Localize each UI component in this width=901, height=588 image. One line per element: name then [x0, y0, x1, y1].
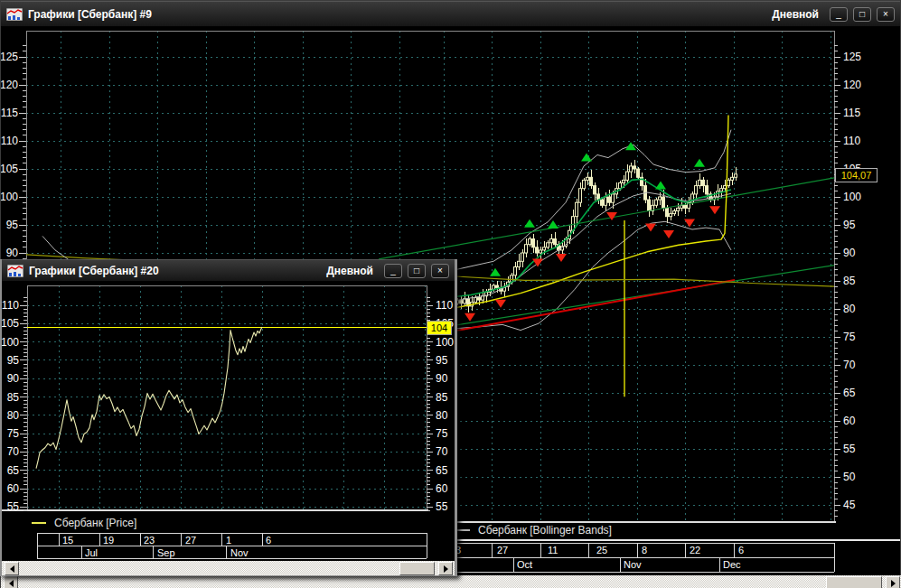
svg-text:125: 125: [1, 51, 18, 63]
inner-window: Графики [Сбербанк] #20 Дневной _ □ × 110…: [0, 259, 457, 576]
svg-text:95: 95: [7, 354, 20, 367]
main-legend-label: Сбербанк [Bollinger Bands]: [478, 524, 612, 537]
svg-text:75: 75: [7, 427, 20, 440]
svg-text:110: 110: [436, 299, 453, 312]
svg-text:55: 55: [843, 443, 856, 455]
svg-text:105: 105: [1, 163, 18, 175]
svg-text:85: 85: [436, 391, 448, 404]
svg-text:110: 110: [1, 135, 18, 147]
svg-text:15: 15: [62, 535, 73, 546]
inner-close-button[interactable]: ×: [431, 264, 449, 278]
svg-text:105: 105: [2, 317, 19, 330]
main-timeframe-label: Дневной: [772, 8, 819, 21]
inner-titlebar[interactable]: Графики [Сбербанк] #20 Дневной _ □ ×: [2, 259, 455, 282]
svg-text:100: 100: [1, 191, 18, 203]
svg-text:Nov: Nov: [624, 559, 642, 570]
main-scrollbar-thumb[interactable]: [826, 576, 882, 588]
svg-text:55: 55: [7, 500, 20, 513]
svg-text:125: 125: [843, 51, 861, 63]
svg-text:80: 80: [436, 409, 448, 422]
svg-text:65: 65: [436, 464, 448, 477]
left-arrow-icon: [5, 580, 14, 587]
svg-text:19: 19: [103, 535, 114, 546]
svg-text:50: 50: [843, 471, 856, 483]
svg-text:90: 90: [843, 247, 856, 259]
inner-minimize-button[interactable]: _: [384, 264, 402, 278]
inner-window-title: Графики [Сбербанк] #20: [29, 265, 159, 277]
svg-text:27: 27: [497, 545, 508, 555]
svg-text:Oct: Oct: [517, 559, 532, 570]
svg-text:45: 45: [843, 499, 856, 511]
inner-h-scrollbar[interactable]: [2, 561, 455, 575]
main-minimize-button[interactable]: _: [830, 7, 848, 22]
main-titlebar[interactable]: Графики [Сбербанк] #9 Дневной _ □ ×: [1, 1, 900, 27]
svg-text:11: 11: [548, 545, 558, 555]
main-maximize-button[interactable]: □: [853, 7, 871, 22]
svg-text:85: 85: [7, 391, 20, 404]
svg-text:90: 90: [7, 372, 20, 385]
svg-text:75: 75: [436, 427, 448, 440]
inner-last-price-label: 104: [427, 321, 452, 335]
left-arrow-icon: [6, 565, 14, 573]
svg-text:110: 110: [2, 299, 19, 312]
main-window-title: Графики [Сбербанк] #9: [28, 8, 152, 21]
main-chart-legend: Сбербанк [Bollinger Bands]: [455, 524, 612, 537]
svg-text:110: 110: [843, 135, 860, 147]
svg-text:100: 100: [843, 191, 861, 203]
svg-text:6: 6: [738, 545, 744, 555]
svg-text:Dec: Dec: [723, 559, 741, 570]
main-last-price-label: 104,07: [835, 168, 878, 182]
inner-maximize-button[interactable]: □: [408, 264, 426, 278]
main-scroll-left-button[interactable]: [4, 576, 18, 588]
svg-text:25: 25: [596, 545, 607, 555]
main-close-button[interactable]: ×: [877, 7, 895, 22]
svg-text:95: 95: [6, 219, 19, 231]
svg-text:1: 1: [226, 535, 231, 546]
svg-text:115: 115: [843, 107, 860, 119]
svg-text:60: 60: [436, 482, 448, 495]
inner-scrollbar-thumb[interactable]: [399, 562, 435, 575]
inner-chart-legend: Сбербанк [Price]: [32, 517, 136, 529]
chart-icon: [6, 8, 23, 21]
inner-legend-label: Сбербанк [Price]: [54, 517, 136, 529]
chart-icon: [7, 265, 23, 277]
right-arrow-icon: [444, 565, 452, 573]
svg-text:115: 115: [1, 107, 18, 119]
svg-text:85: 85: [843, 275, 856, 287]
svg-text:Sep: Sep: [157, 547, 175, 558]
price-legend-swatch: [32, 522, 46, 524]
svg-text:90: 90: [436, 372, 448, 385]
svg-text:Nov: Nov: [230, 547, 249, 558]
inner-scroll-left-button[interactable]: [5, 562, 19, 575]
bollinger-legend-swatch: [455, 529, 470, 531]
svg-text:22: 22: [690, 545, 700, 555]
right-arrow-icon: [891, 580, 899, 587]
inner-scroll-right-button[interactable]: [438, 562, 453, 575]
svg-text:100: 100: [2, 336, 19, 349]
svg-text:60: 60: [7, 482, 20, 495]
main-h-scrollbar[interactable]: [1, 575, 901, 588]
svg-text:120: 120: [843, 79, 861, 91]
desktop: Графики [Сбербанк] #9 Дневной _ □ × 1251…: [0, 0, 901, 588]
svg-text:80: 80: [843, 303, 856, 315]
svg-text:27: 27: [185, 535, 196, 546]
svg-text:95: 95: [436, 354, 448, 367]
svg-text:95: 95: [843, 219, 856, 231]
svg-text:120: 120: [1, 79, 18, 91]
svg-text:23: 23: [144, 535, 155, 546]
svg-text:70: 70: [7, 445, 20, 458]
svg-text:70: 70: [436, 445, 448, 458]
svg-text:65: 65: [843, 387, 856, 399]
svg-text:90: 90: [6, 247, 19, 259]
svg-text:Jul: Jul: [85, 547, 98, 558]
svg-text:65: 65: [7, 464, 20, 477]
main-scroll-right-button[interactable]: [886, 576, 900, 588]
svg-text:75: 75: [843, 331, 856, 343]
svg-text:55: 55: [436, 500, 448, 513]
svg-text:80: 80: [7, 409, 20, 422]
svg-text:6: 6: [266, 535, 271, 546]
svg-text:8: 8: [642, 545, 647, 555]
svg-text:60: 60: [843, 415, 856, 427]
svg-text:100: 100: [436, 336, 454, 349]
inner-timeframe-label: Дневной: [326, 265, 373, 277]
